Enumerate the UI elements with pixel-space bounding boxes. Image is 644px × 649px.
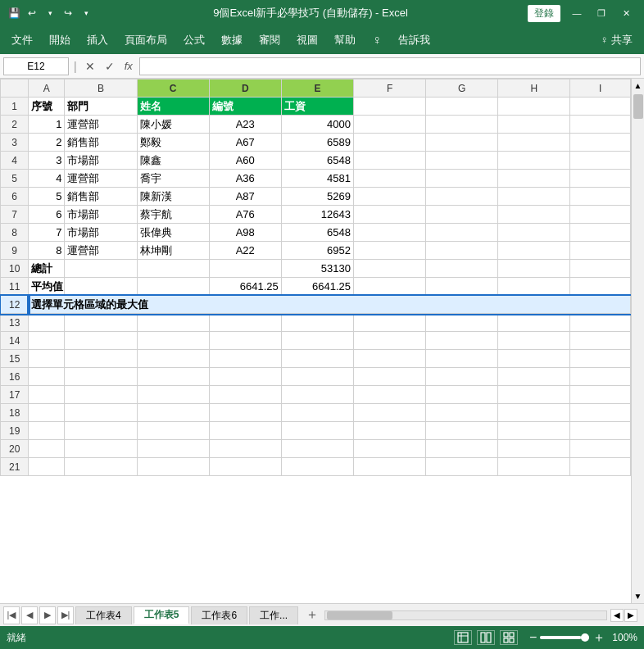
cell-h8[interactable] [498, 224, 570, 242]
cell-h13[interactable] [498, 314, 570, 332]
minimize-button[interactable]: — [565, 2, 588, 25]
cell-e13[interactable] [281, 314, 353, 332]
cell-b5[interactable]: 運營部 [65, 170, 137, 188]
cell-h7[interactable] [498, 206, 570, 224]
cell-g11[interactable] [426, 278, 498, 296]
cell-d2[interactable]: A23 [209, 116, 281, 134]
cell-b1[interactable]: 部門 [65, 98, 137, 116]
page-break-view-button[interactable] [500, 630, 518, 645]
menu-formula[interactable]: 公式 [175, 30, 213, 51]
cell-b3[interactable]: 銷售部 [65, 134, 137, 152]
normal-view-button[interactable] [454, 630, 472, 645]
scroll-down-button[interactable]: ▼ [632, 589, 644, 603]
sheet-tab-add-button[interactable]: ＋ [303, 606, 321, 624]
h-scroll-right[interactable]: ▶ [624, 609, 637, 622]
cell-g6[interactable] [426, 188, 498, 206]
scroll-up-button[interactable]: ▲ [632, 79, 644, 93]
cell-g3[interactable] [426, 134, 498, 152]
cell-f3[interactable] [353, 134, 425, 152]
cell-a10[interactable]: 總計 [29, 260, 65, 278]
formula-input[interactable] [139, 57, 641, 75]
cell-h5[interactable] [498, 170, 570, 188]
cell-e5[interactable]: 4581 [281, 170, 353, 188]
cell-a9[interactable]: 8 [29, 242, 65, 260]
menu-tell-me[interactable]: 告訴我 [390, 30, 438, 51]
cell-d5[interactable]: A36 [209, 170, 281, 188]
cell-d3[interactable]: A67 [209, 134, 281, 152]
cell-d9[interactable]: A22 [209, 242, 281, 260]
undo-icon[interactable]: ↩ [25, 6, 39, 20]
cell-a5[interactable]: 4 [29, 170, 65, 188]
sheet-tab-6[interactable]: 工作表6 [191, 606, 247, 624]
cell-i7[interactable] [570, 206, 631, 224]
horizontal-scroll-thumb[interactable] [327, 611, 392, 620]
cell-d10[interactable] [209, 260, 281, 278]
menu-page-layout[interactable]: 頁面布局 [116, 30, 175, 51]
cell-d11[interactable]: 6641.25 [209, 278, 281, 296]
cell-e10[interactable]: 53130 [281, 260, 353, 278]
cell-i1[interactable] [570, 98, 631, 116]
close-button[interactable]: ✕ [615, 2, 637, 25]
redo-icon[interactable]: ↪ [61, 6, 75, 20]
cell-g7[interactable] [426, 206, 498, 224]
cell-e1[interactable]: 工資 [281, 98, 353, 116]
cell-f13[interactable] [353, 314, 425, 332]
menu-insert[interactable]: 插入 [79, 30, 116, 51]
col-header-g[interactable]: G [426, 79, 498, 98]
cell-i11[interactable] [570, 278, 631, 296]
col-header-d[interactable]: D [209, 79, 281, 98]
cell-f10[interactable] [353, 260, 425, 278]
cell-b4[interactable]: 市場部 [65, 152, 137, 170]
cell-b7[interactable]: 市場部 [65, 206, 137, 224]
cell-e4[interactable]: 6548 [281, 152, 353, 170]
cell-d8[interactable]: A98 [209, 224, 281, 242]
h-scroll-left[interactable]: ◀ [610, 609, 624, 622]
cell-a7[interactable]: 6 [29, 206, 65, 224]
cell-f8[interactable] [353, 224, 425, 242]
cancel-formula-button[interactable]: ✕ [82, 60, 98, 73]
sheet-tab-4[interactable]: 工作表4 [75, 606, 132, 624]
col-header-h[interactable]: H [498, 79, 570, 98]
cell-d1[interactable]: 編號 [209, 98, 281, 116]
sheet-tab-5[interactable]: 工作表5 [134, 606, 190, 624]
undo-dropdown-icon[interactable]: ▾ [43, 6, 57, 20]
cell-a8[interactable]: 7 [29, 224, 65, 242]
zoom-in-button[interactable]: ＋ [592, 629, 605, 647]
cell-d4[interactable]: A60 [209, 152, 281, 170]
cell-a11[interactable]: 平均值 [29, 278, 65, 296]
menu-review[interactable]: 審閱 [251, 30, 288, 51]
col-header-a[interactable]: A [29, 79, 65, 98]
cell-g13[interactable] [426, 314, 498, 332]
cell-h10[interactable] [498, 260, 570, 278]
zoom-slider[interactable] [540, 636, 589, 639]
sheet-tab-more[interactable]: 工作... [249, 606, 298, 624]
cell-c2[interactable]: 陳小媛 [137, 116, 209, 134]
cell-d6[interactable]: A87 [209, 188, 281, 206]
cell-i6[interactable] [570, 188, 631, 206]
scroll-track[interactable] [632, 93, 644, 589]
cell-b9[interactable]: 運營部 [65, 242, 137, 260]
cell-d13[interactable] [209, 314, 281, 332]
cell-e9[interactable]: 6952 [281, 242, 353, 260]
menu-view[interactable]: 視圖 [288, 30, 326, 51]
cell-b11[interactable] [65, 278, 137, 296]
cell-f1[interactable] [353, 98, 425, 116]
col-header-f[interactable]: F [353, 79, 425, 98]
cell-a12[interactable]: 選擇單元格區域的最大值 [29, 296, 631, 314]
cell-reference-box[interactable] [3, 57, 69, 75]
cell-i2[interactable] [570, 116, 631, 134]
zoom-out-button[interactable]: − [529, 630, 537, 645]
cell-g5[interactable] [426, 170, 498, 188]
cell-e7[interactable]: 12643 [281, 206, 353, 224]
cell-a6[interactable]: 5 [29, 188, 65, 206]
col-header-e[interactable]: E [281, 79, 353, 98]
cell-f2[interactable] [353, 116, 425, 134]
page-layout-view-button[interactable] [477, 630, 495, 645]
cell-c9[interactable]: 林坤剛 [137, 242, 209, 260]
cell-h3[interactable] [498, 134, 570, 152]
cell-a2[interactable]: 1 [29, 116, 65, 134]
col-header-b[interactable]: B [65, 79, 137, 98]
cell-c11[interactable] [137, 278, 209, 296]
cell-h2[interactable] [498, 116, 570, 134]
cell-h6[interactable] [498, 188, 570, 206]
